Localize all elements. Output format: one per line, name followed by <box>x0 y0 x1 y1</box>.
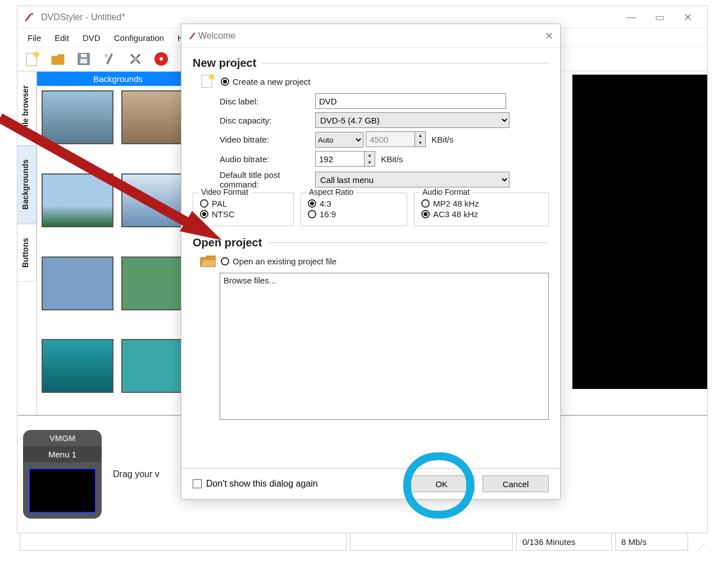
vmgm-title: VMGM <box>23 430 102 446</box>
svg-rect-5 <box>80 59 87 63</box>
audio-format-group: Audio Format MP2 48 kHz AC3 48 kHz <box>414 193 549 226</box>
menu-configuration[interactable]: Configuration <box>108 31 170 45</box>
svg-point-11 <box>160 57 163 61</box>
aspect-43-radio[interactable]: 4:3 <box>308 199 400 208</box>
menu-thumbnail[interactable] <box>29 468 96 513</box>
browse-files-item[interactable]: Browse files... <box>224 276 545 285</box>
audio-bitrate-unit: KBit/s <box>381 154 403 164</box>
settings-icon[interactable] <box>125 49 145 69</box>
tab-buttons[interactable]: Buttons <box>17 224 37 282</box>
video-format-group: Video Format PAL NTSC <box>193 193 294 226</box>
preview-canvas <box>572 75 707 389</box>
recent-files-list[interactable]: Browse files... <box>220 273 549 420</box>
video-bitrate-label: Video bitrate: <box>193 135 315 144</box>
video-bitrate-spinner[interactable]: ▲▼ <box>415 131 426 147</box>
ac3-radio[interactable]: AC3 48 kHz <box>421 209 542 219</box>
drag-hint: Drag your v <box>113 469 160 479</box>
background-thumb[interactable] <box>42 339 113 393</box>
cancel-button[interactable]: Cancel <box>483 475 549 492</box>
svg-point-3 <box>34 52 39 57</box>
dialog-close-button[interactable]: ✕ <box>545 30 553 42</box>
create-project-radio[interactable]: Create a new project <box>221 77 310 86</box>
new-project-heading: New project <box>193 57 256 70</box>
open-icon[interactable] <box>48 49 68 69</box>
vmgm-block[interactable]: VMGM Menu 1 <box>23 430 102 519</box>
audio-bitrate-input[interactable] <box>315 151 365 167</box>
status-bar: 0/136 Minutes 8 Mb/s ⋰ <box>17 533 707 551</box>
dialog-footer: Don't show this dialog again OK Cancel <box>181 468 560 499</box>
menu-edit[interactable]: Edit <box>49 31 75 45</box>
vmgm-menu-label: Menu 1 <box>23 446 102 462</box>
status-bitrate: 8 Mb/s <box>615 533 688 551</box>
svg-point-8 <box>104 54 108 57</box>
dialog-titlebar: Welcome ✕ <box>181 24 560 48</box>
resize-grip-icon[interactable]: ⋰ <box>691 533 705 551</box>
background-thumb[interactable] <box>42 256 113 310</box>
tab-backgrounds[interactable]: Backgrounds <box>17 145 37 223</box>
status-minutes: 0/136 Minutes <box>516 533 612 551</box>
background-thumb[interactable] <box>42 90 113 144</box>
dialog-app-icon <box>188 31 198 41</box>
ntsc-radio[interactable]: NTSC <box>200 209 286 219</box>
svg-rect-6 <box>81 54 87 57</box>
new-icon[interactable] <box>22 49 42 69</box>
open-folder-icon <box>198 253 217 269</box>
menu-dvd[interactable]: DVD <box>77 31 106 45</box>
progress-cell <box>350 533 513 551</box>
video-bitrate-input[interactable] <box>366 131 415 147</box>
audio-bitrate-spinner[interactable]: ▲▼ <box>365 151 375 167</box>
post-command-label: Default title post command: <box>193 170 315 189</box>
gallery-header: Backgrounds <box>37 72 199 86</box>
mp2-radio[interactable]: MP2 48 kHz <box>421 199 542 208</box>
minimize-button[interactable]: — <box>617 11 645 23</box>
welcome-dialog: Welcome ✕ New project Create a new proje… <box>181 24 561 500</box>
new-project-icon <box>198 73 217 90</box>
menu-file[interactable]: File <box>22 31 47 45</box>
svg-point-13 <box>209 74 215 80</box>
post-command-select[interactable]: Call last menu <box>315 172 509 187</box>
dont-show-label: Don't show this dialog again <box>206 479 318 489</box>
window-title: DVDStyler - Untitled* <box>41 12 617 22</box>
disc-capacity-label: Disc capacity: <box>193 116 315 125</box>
audio-bitrate-label: Audio bitrate: <box>193 154 315 164</box>
svg-point-9 <box>133 57 138 61</box>
open-project-heading: Open project <box>193 236 262 249</box>
tab-file-browser[interactable]: File browser <box>17 71 37 145</box>
close-button[interactable]: ✕ <box>674 11 702 24</box>
disc-capacity-select[interactable]: DVD-5 (4.7 GB) <box>315 112 509 128</box>
wizard-icon[interactable] <box>99 49 120 69</box>
disc-label-label: Disc label: <box>193 97 315 106</box>
app-icon <box>23 11 35 24</box>
aspect-169-radio[interactable]: 16:9 <box>308 209 400 219</box>
maximize-button[interactable]: ▭ <box>645 11 674 24</box>
ok-button[interactable]: OK <box>408 475 475 492</box>
video-bitrate-mode[interactable]: Auto <box>315 132 363 148</box>
burn-icon[interactable] <box>151 49 171 69</box>
pal-radio[interactable]: PAL <box>200 199 286 208</box>
background-thumb[interactable] <box>42 173 113 227</box>
dont-show-checkbox[interactable] <box>193 479 202 488</box>
aspect-ratio-group: Aspect Ratio 4:3 16:9 <box>301 193 407 226</box>
video-bitrate-unit: KBit/s <box>431 135 453 144</box>
save-icon[interactable] <box>74 49 94 69</box>
disc-label-input[interactable] <box>315 93 506 109</box>
dialog-title: Welcome <box>198 31 545 41</box>
open-existing-radio[interactable]: Open an existing project file <box>221 256 336 266</box>
